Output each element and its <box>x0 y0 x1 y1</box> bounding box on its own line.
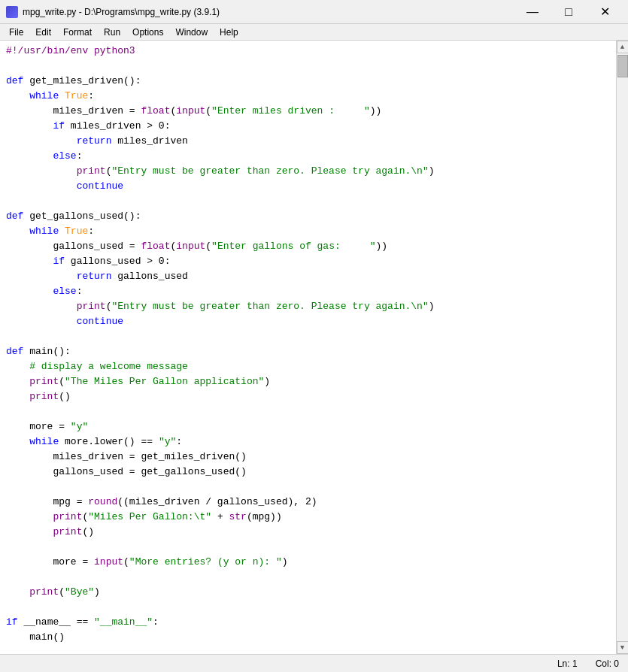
editor-container: #!/usr/bin/env python3 def get_miles_dri… <box>0 41 628 654</box>
line-27: while more.lower() == "y": <box>6 434 610 450</box>
line-31: mpg = round((miles_driven / gallons_used… <box>6 495 610 510</box>
line-3: def get_miles_driven(): <box>6 74 610 89</box>
line-40: main() <box>6 630 610 645</box>
menu-options[interactable]: Options <box>126 26 169 39</box>
title-bar: mpg_write.py - D:\Programs\mpg_write.py … <box>0 0 628 24</box>
app-icon <box>6 6 18 18</box>
line-12: def get_gallons_used(): <box>6 209 610 224</box>
line-18: print("Entry must be greater than zero. … <box>6 299 610 314</box>
line-29: gallons_used = get_gallons_used() <box>6 465 610 480</box>
maximize-button[interactable]: □ <box>551 0 586 24</box>
line-26: more = "y" <box>6 419 610 434</box>
line-number: Ln: 1 <box>557 658 578 669</box>
line-20 <box>6 329 610 344</box>
line-19: continue <box>6 314 610 329</box>
line-30 <box>6 480 610 495</box>
scroll-track[interactable] <box>617 53 629 641</box>
line-32: print("Miles Per Gallon:\t" + str(mpg)) <box>6 510 610 525</box>
code-editor[interactable]: #!/usr/bin/env python3 def get_miles_dri… <box>0 41 616 654</box>
line-22: # display a welcome message <box>6 359 610 374</box>
minimize-button[interactable]: — <box>515 0 550 24</box>
line-15: if gallons_used > 0: <box>6 254 610 269</box>
line-38 <box>6 600 610 615</box>
line-5: miles_driven = float(input("Enter miles … <box>6 104 610 119</box>
line-16: return gallons_used <box>6 269 610 284</box>
line-17: else: <box>6 284 610 299</box>
line-25 <box>6 404 610 419</box>
scroll-up-arrow[interactable]: ▲ <box>617 41 629 53</box>
line-10: continue <box>6 179 610 194</box>
line-37: print("Bye") <box>6 585 610 600</box>
line-23: print("The Miles Per Gallon application"… <box>6 374 610 389</box>
line-14: gallons_used = float(input("Enter gallon… <box>6 239 610 254</box>
line-28: miles_driven = get_miles_driven() <box>6 450 610 465</box>
line-1: #!/usr/bin/env python3 <box>6 44 610 59</box>
line-6: if miles_driven > 0: <box>6 119 610 134</box>
window-controls: — □ ✕ <box>515 0 622 24</box>
menu-run[interactable]: Run <box>98 26 126 39</box>
scroll-thumb[interactable] <box>617 55 628 77</box>
line-11 <box>6 194 610 209</box>
line-35: more = input("More entries? (y or n): ") <box>6 555 610 570</box>
line-24: print() <box>6 389 610 404</box>
vertical-scrollbar[interactable]: ▲ ▼ <box>616 41 628 654</box>
line-2 <box>6 59 610 74</box>
menu-format[interactable]: Format <box>57 26 98 39</box>
line-9: print("Entry must be greater than zero. … <box>6 164 610 179</box>
scroll-down-arrow[interactable]: ▼ <box>617 641 629 654</box>
line-21: def main(): <box>6 344 610 359</box>
menu-help[interactable]: Help <box>214 26 244 39</box>
window-title: mpg_write.py - D:\Programs\mpg_write.py … <box>23 7 515 17</box>
menu-window[interactable]: Window <box>169 26 214 39</box>
line-4: while True: <box>6 89 610 104</box>
line-7: return miles_driven <box>6 134 610 149</box>
status-bar: Ln: 1 Col: 0 <box>0 654 628 672</box>
line-33: print() <box>6 525 610 540</box>
line-39: if __name__ == "__main__": <box>6 615 610 630</box>
menu-bar: File Edit Format Run Options Window Help <box>0 24 628 41</box>
col-number: Col: 0 <box>596 658 619 669</box>
menu-file[interactable]: File <box>3 26 29 39</box>
close-button[interactable]: ✕ <box>587 0 622 24</box>
line-34 <box>6 540 610 555</box>
line-13: while True: <box>6 224 610 239</box>
line-36 <box>6 570 610 585</box>
menu-edit[interactable]: Edit <box>29 26 57 39</box>
line-8: else: <box>6 149 610 164</box>
